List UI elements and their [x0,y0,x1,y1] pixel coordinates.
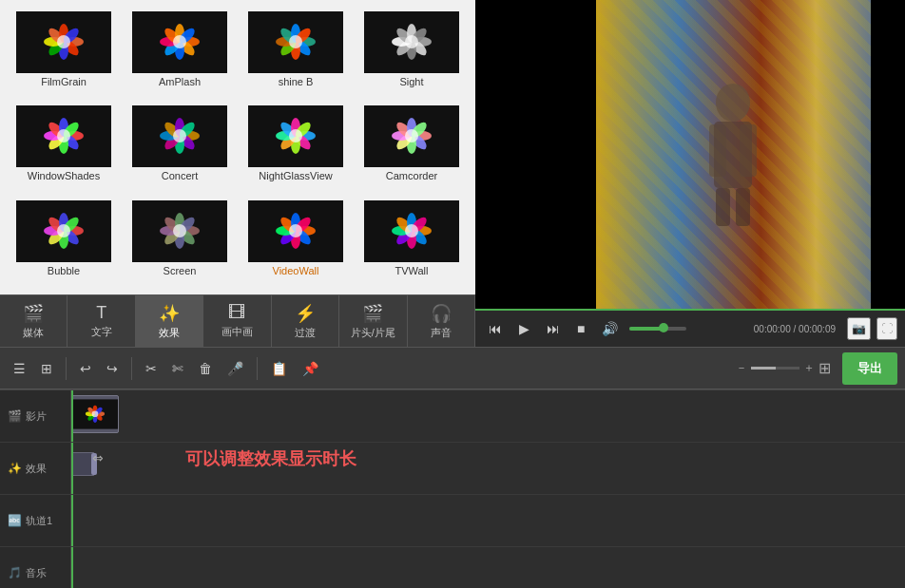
tab-片头/片尾[interactable]: 🎬片头/片尾 [339,295,407,347]
volume-bar[interactable] [629,327,686,331]
effect-label: Camcorder [386,170,437,181]
annotation-text: 可以调整效果显示时长 [185,447,356,470]
attach-btn[interactable]: 📌 [297,357,324,380]
track-label-影片: 🎬影片 [0,390,71,442]
tab-媒体[interactable]: 🎬媒体 [0,295,67,347]
effect-item-screen[interactable]: Screen [124,197,236,287]
svg-point-79 [405,129,418,142]
tab-icon-画中画: 🎞 [228,303,245,323]
preview-content [475,0,905,309]
svg-rect-125 [736,188,750,226]
play-back-btn[interactable]: ⏮ [483,318,508,339]
main-container: FilmGrain AmPlash shine B Sight WindowSh… [0,0,905,588]
person-silhouette [695,79,771,231]
track-content-效果[interactable]: ⇔可以调整效果显示时长 [71,443,905,494]
effect-item-concert[interactable]: Concert [124,102,236,192]
effect-item-windowshades[interactable]: WindowShades [8,102,120,192]
video-clip[interactable] [71,395,119,433]
svg-point-69 [289,129,302,142]
effect-item-amplash[interactable]: AmPlash [124,8,236,98]
svg-point-59 [173,129,186,142]
play-btn[interactable]: ▶ [513,318,535,339]
zoom-slider[interactable]: － ＋ ⊞ [736,359,831,377]
track-icon-效果: ✨ [8,462,22,475]
effect-label: NightGlassView [259,170,332,181]
export-btn[interactable]: 导出 [842,352,897,385]
track-icon-影片: 🎬 [8,409,22,423]
audio-btn[interactable]: 🎤 [221,357,249,380]
track-label-text-音乐: 音乐 [26,566,47,580]
detach-btn[interactable]: 📋 [265,357,293,380]
zoom-plus[interactable]: ＋ [803,360,815,376]
tab-label-片头/片尾: 片头/片尾 [351,326,395,340]
effect-label: VideoWall [273,265,319,276]
cut-btn[interactable]: ✄ [166,357,189,380]
svg-point-9 [57,35,70,48]
effect-thumb [132,11,227,73]
tab-icon-媒体: 🎬 [23,303,44,324]
zoom-fill [751,367,776,370]
tab-声音[interactable]: 🎧声音 [408,295,475,347]
tab-label-声音: 声音 [431,326,452,340]
effect-thumb [16,200,111,262]
playhead [71,547,73,588]
fullscreen-btn[interactable]: ⛶ [876,317,897,340]
tab-label-文字: 文字 [91,325,112,339]
effect-item-videowall[interactable]: VideoWall [240,197,352,287]
effect-item-tvwall[interactable]: TVWall [356,197,468,287]
effects-panel: FilmGrain AmPlash shine B Sight WindowSh… [0,0,475,347]
tab-label-画中画: 画中画 [221,325,253,339]
track-row-音乐: 🎵音乐 [0,547,905,588]
track-content-影片[interactable] [71,390,905,442]
preview-controls: ⏮ ▶ ⏭ ■ 🔊 00:00:00 / 00:00:09 📷 ⛶ [475,309,905,347]
screenshot-btn[interactable]: 📷 [847,317,871,340]
effect-item-bubble[interactable]: Bubble [8,197,120,287]
playhead [71,443,73,494]
track-content-轨道1[interactable] [71,495,905,546]
tab-文字[interactable]: T文字 [67,295,135,347]
volume-thumb [659,323,668,332]
track-label-轨道1: 🔤轨道1 [0,495,71,546]
view-list-btn[interactable]: ☰ [8,357,31,380]
svg-point-120 [716,84,750,122]
effect-thumb [364,11,459,73]
undo-btn[interactable]: ↩ [74,357,97,380]
effect-item-filmgrain[interactable]: FilmGrain [8,8,120,98]
svg-point-19 [173,35,186,48]
tab-画中画[interactable]: 🎞画中画 [203,295,271,347]
timeline-tracks: 🎬影片 ✨效果⇔可以调整效果显示时长🔤轨道1🎵音乐 [0,390,905,588]
effect-item-camcorder[interactable]: Camcorder [356,102,468,192]
trim-btn[interactable]: ✂ [140,357,163,380]
preview-video [475,0,905,309]
tab-icon-文字: T [96,303,106,323]
effect-item-sight[interactable]: Sight [356,8,468,98]
effect-item-shine b[interactable]: shine B [240,8,352,98]
svg-rect-122 [709,124,726,177]
track-row-效果: ✨效果⇔可以调整效果显示时长 [0,443,905,495]
middle-toolbar: ☰ ⊞ ↩ ↪ ✂ ✄ 🗑 🎤 📋 📌 － ＋ ⊞ 导出 [0,347,905,389]
playhead [71,495,73,546]
effect-item-nightglassview[interactable]: NightGlassView [240,102,352,192]
track-content-音乐[interactable] [71,547,905,588]
tab-过渡[interactable]: ⚡过渡 [272,295,339,347]
play-forward-btn[interactable]: ⏭ [541,318,566,339]
view-grid-btn[interactable]: ⊞ [35,357,58,380]
separator-2 [131,357,132,380]
effect-thumb [248,11,343,73]
zoom-minus[interactable]: － [736,360,747,376]
zoom-track[interactable] [751,367,799,370]
playhead [71,390,73,442]
effect-thumb [248,200,343,262]
redo-btn[interactable]: ↪ [101,357,124,380]
delete-btn[interactable]: 🗑 [193,357,218,380]
tabs-bar: 🎬媒体T文字✨效果🎞画中画⚡过渡🎬片头/片尾🎧声音 [0,294,475,347]
track-icon-音乐: 🎵 [8,566,22,579]
tab-效果[interactable]: ✨效果 [136,295,203,347]
stop-btn[interactable]: ■ [571,318,590,339]
volume-btn[interactable]: 🔊 [596,318,624,339]
preview-panel: ⏮ ▶ ⏭ ■ 🔊 00:00:00 / 00:00:09 📷 ⛶ [475,0,905,347]
effect-thumb [16,11,111,73]
add-track-btn[interactable]: ⊞ [818,359,831,377]
track-label-效果: ✨效果 [0,443,71,494]
effect-label: TVWall [395,265,428,276]
